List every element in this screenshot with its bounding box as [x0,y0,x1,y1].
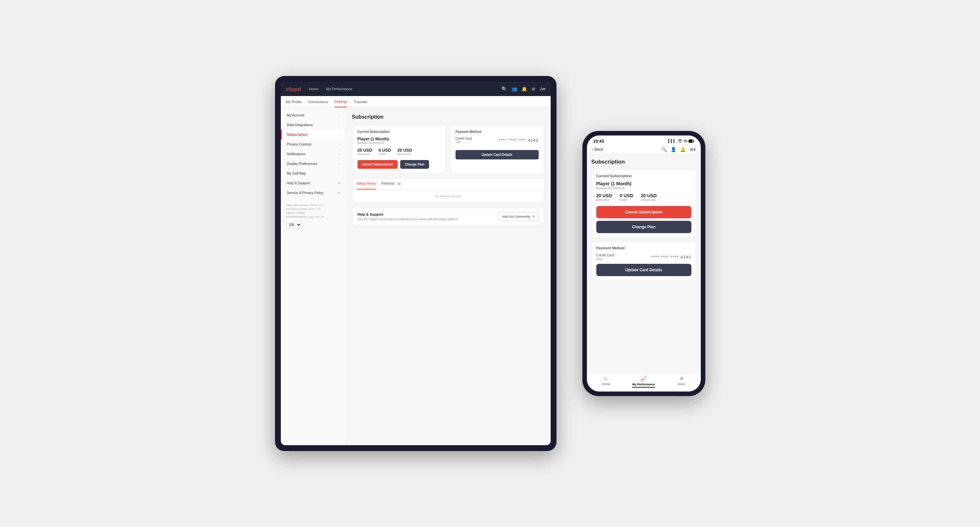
chevron-icon: › [339,162,340,165]
tablet-screen: clippd Home My Performance 🔍 👥 🔔 ⊕ A▾ My… [281,82,550,445]
base-price-value: 20 USD [358,148,372,152]
chevron-icon: › [339,123,340,126]
tablet-navbar: clippd Home My Performance 🔍 👥 🔔 ⊕ A▾ [281,82,550,96]
search-icon[interactable]: 🔍 [501,86,507,92]
amount-due-value: 20 USD [397,148,412,152]
billing-section: Billing History Referrals 0 No Invoices … [352,178,544,203]
sidebar-item-notifications[interactable]: Notifications › [281,149,345,159]
payment-section-title: Payment Method [455,130,539,133]
phone-cancel-subscription-button[interactable]: Cancel Subscription [596,206,691,218]
sidebar-item-my-account[interactable]: My Account › [281,110,345,120]
tablet-subnav: My Profile Connections Settings Tutorial… [281,96,550,108]
phone-credit-col: 0 USD Credit [620,193,633,202]
sidebar-item-service-privacy[interactable]: Service & Privacy Policy ↗ [281,188,345,198]
sidebar-item-my-golf-bag[interactable]: My Golf Bag › [281,168,345,178]
phone-card-type: Credit Card [596,253,614,257]
phone-credit-value: 0 USD [620,193,633,198]
current-subscription-card: Current Subscription Player (1 Month) Re… [352,125,446,174]
amount-due-col: 20 USD Amount due [397,148,412,156]
phone-amount-due-col: 20 USD Amount due [641,193,657,202]
phone-masked-number: **** **** **** 4242 [651,255,691,259]
language-selector[interactable]: EN [286,221,340,228]
subnav-tutorials[interactable]: Tutorials [354,96,367,107]
home-icon: ⌂ [604,376,607,381]
sidebar-item-data-integrations[interactable]: Data Integrations › [281,120,345,130]
page-title: Subscription [352,114,544,120]
phone-card-brand: Visa [596,257,614,260]
menu-icon: ≡ [680,376,683,381]
sidebar-item-display-preferences[interactable]: Display Preferences › [281,159,345,168]
phone-bottom-nav: ⌂ Home 📈 My Performance ≡ Menu [587,373,701,392]
tablet-body: My Account › Data Integrations › Subscri… [281,108,550,445]
phone-amount-due-value: 20 USD [641,193,657,198]
back-button[interactable]: ‹ Back [592,147,603,152]
plan-amounts: 20 USD Base price 0 USD Credit 20 USD Am… [358,148,441,156]
help-text: Help & Support Visit the Clippd Communit… [358,213,493,221]
tablet-device: clippd Home My Performance 🔍 👥 🔔 ⊕ A▾ My… [275,76,557,451]
phone-payment-title: Payment Method [596,246,691,250]
base-price-label: Base price [358,152,372,156]
bottom-nav-home[interactable]: ⌂ Home [587,376,625,388]
avatar-icon[interactable]: A▾ [540,86,545,92]
search-icon[interactable]: 🔍 [661,147,667,152]
payment-type: Credit Card [455,137,472,140]
app-logo: clippd [286,86,301,92]
tab-referrals[interactable]: Referrals 0 [382,178,401,189]
nav-link-my-performance[interactable]: My Performance [326,87,352,91]
chevron-icon: › [339,133,340,136]
visit-community-button[interactable]: Visit Our Community ↗ [498,212,539,221]
phone-device: 10:43 ▎▎▎ 85 [582,131,705,396]
phone-renew-date: Renews on 25/07/23 [596,186,691,190]
subnav-connections[interactable]: Connections [308,96,328,107]
subnav-my-profile[interactable]: My Profile [286,96,302,107]
phone-change-plan-button[interactable]: Change Plan [596,221,691,233]
sidebar-item-help-support[interactable]: Help & Support ↗ [281,178,345,188]
subscription-buttons: Cancel Subscription Change Plan [358,160,441,169]
bell-icon[interactable]: 🔔 [522,86,527,92]
change-plan-button[interactable]: Change Plan [400,160,429,169]
phone-update-card-button[interactable]: Update Card Details [596,264,691,276]
main-content: Subscription Current Subscription Player… [345,108,550,445]
payment-info-row: Credit Card Visa **** **** **** 4242 [455,137,539,144]
external-link-icon: ↗ [532,215,535,218]
chevron-icon: › [339,113,340,117]
help-support-section: Help & Support Visit the Clippd Communit… [352,207,544,226]
subscription-cards-row: Current Subscription Player (1 Month) Re… [352,125,544,174]
nav-icons: 🔍 👥 🔔 ⊕ A▾ [501,86,545,92]
phone-main-content: Subscription Current Subscription Player… [587,154,701,373]
phone-base-price-col: 20 USD Base price [596,193,612,202]
nav-link-home[interactable]: Home [309,87,318,91]
phone-nav-icons: 🔍 👤 🔔 ⊕▾ [661,147,695,152]
battery-icon: 85 [684,139,694,143]
phone-current-sub-card: Current Subscription Player (1 Month) Re… [592,169,696,238]
tab-billing-history[interactable]: Billing History [357,178,377,189]
phone-credit-label: Credit [620,198,633,202]
bell-icon[interactable]: 🔔 [680,147,686,152]
language-dropdown[interactable]: EN [286,221,302,228]
subnav-settings[interactable]: Settings [334,96,347,107]
wifi-icon [678,139,682,143]
person-icon[interactable]: 👤 [671,147,676,152]
sidebar-item-privacy-controls[interactable]: Privacy Controls › [281,139,345,149]
users-icon[interactable]: 👥 [512,86,517,92]
credit-label: Credit [379,152,391,156]
plus-icon[interactable]: ⊕ [531,86,535,92]
referrals-badge: 0 [397,182,401,186]
cancel-subscription-button[interactable]: Cancel Subscription [358,160,398,169]
phone-screen: 10:43 ▎▎▎ 85 [587,135,701,392]
plan-name: Player (1 Month) [358,137,441,141]
plus-circle-icon[interactable]: ⊕▾ [689,147,695,152]
current-sub-section-title: Current Subscription [358,130,441,133]
update-card-button[interactable]: Update Card Details [455,150,539,159]
bottom-nav-menu[interactable]: ≡ Menu [663,376,700,388]
external-link-icon: ↗ [338,191,340,194]
phone-status-bar: 10:43 ▎▎▎ 85 [587,135,701,145]
sidebar-item-subscription[interactable]: Subscription › [281,130,345,139]
plan-renew-date: Renews on 25/07/23 [358,141,441,144]
phone-time: 10:43 [593,139,604,144]
bottom-nav-my-performance[interactable]: 📈 My Performance [625,376,663,388]
base-price-col: 20 USD Base price [358,148,372,156]
phone-amounts: 20 USD Base price 0 USD Credit 20 USD Am… [596,193,691,202]
chevron-icon: › [339,172,340,175]
active-indicator [632,387,655,388]
